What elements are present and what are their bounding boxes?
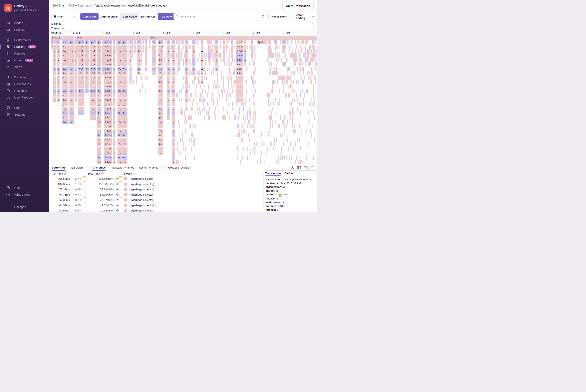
flame-block[interactable]	[69, 62, 69, 66]
flame-block[interactable]	[255, 67, 257, 71]
flame-block[interactable]: …	[167, 71, 170, 75]
flame-block[interactable]	[286, 76, 288, 80]
flame-block[interactable]	[102, 71, 104, 75]
flame-block[interactable]	[206, 53, 207, 58]
flame-block[interactable]	[177, 93, 178, 97]
flame-block[interactable]	[238, 116, 239, 120]
frame-table-row[interactable]: 73.33ms0.9%73.33ms0.9%›(garbage collecto…	[49, 187, 262, 192]
flame-block[interactable]: p…	[122, 40, 128, 44]
flame-block[interactable]	[188, 116, 189, 120]
flame-block[interactable]	[254, 44, 255, 49]
flame-block[interactable]: …	[70, 67, 74, 71]
flame-block[interactable]	[243, 116, 244, 120]
flame-block[interactable]	[255, 89, 256, 93]
flame-block[interactable]	[129, 44, 129, 49]
flame-block[interactable]	[229, 76, 230, 80]
flame-block[interactable]	[249, 76, 249, 80]
flame-block[interactable]	[289, 49, 290, 53]
flame-block[interactable]: r…	[97, 116, 101, 120]
flame-block[interactable]	[273, 146, 274, 150]
flame-block[interactable]: re…e	[104, 120, 112, 124]
flame-block[interactable]: …	[185, 80, 188, 84]
flame-block[interactable]	[199, 80, 200, 84]
sidebar-item-crons[interactable]: Cronsbeta	[0, 57, 49, 64]
flame-block[interactable]	[129, 49, 129, 53]
flame-block[interactable]	[309, 71, 310, 75]
flame-block[interactable]: …	[167, 53, 170, 58]
flame-block[interactable]	[284, 76, 285, 80]
flame-block[interactable]	[241, 129, 242, 133]
flame-block[interactable]: …	[275, 44, 277, 49]
flame-block[interactable]: …	[113, 138, 115, 142]
flame-block[interactable]	[229, 62, 230, 66]
flame-block[interactable]	[247, 111, 248, 115]
flame-block[interactable]	[292, 107, 293, 111]
flame-block[interactable]	[183, 58, 184, 62]
flame-block[interactable]: …	[113, 84, 115, 88]
flame-block[interactable]	[314, 116, 315, 120]
flame-block[interactable]	[192, 80, 193, 84]
flame-block[interactable]	[233, 84, 234, 88]
flame-block[interactable]: …	[172, 40, 175, 44]
flame-block[interactable]	[77, 49, 78, 53]
flame-block[interactable]: _…	[97, 107, 101, 111]
flame-block[interactable]	[190, 44, 191, 49]
flame-block[interactable]	[176, 40, 177, 44]
expand-chevron-icon[interactable]: ›	[129, 209, 130, 212]
flame-block[interactable]: r…	[122, 53, 128, 58]
flame-block[interactable]: …	[172, 107, 175, 111]
flame-block[interactable]	[183, 76, 184, 80]
flame-block[interactable]	[302, 62, 303, 66]
flame-block[interactable]: r…	[97, 120, 101, 124]
flame-block[interactable]: …	[53, 76, 56, 80]
color-coding-button[interactable]: Color Coding	[289, 13, 317, 20]
flame-block[interactable]	[301, 129, 302, 133]
flame-block[interactable]	[274, 142, 275, 146]
flame-block[interactable]: …	[244, 53, 246, 58]
flame-block[interactable]: (g…r)	[257, 40, 267, 44]
layout-right-icon[interactable]	[311, 166, 314, 169]
flame-block[interactable]: r…	[158, 102, 163, 106]
flame-block[interactable]	[233, 71, 234, 75]
flame-block[interactable]	[184, 111, 185, 115]
flame-block[interactable]: _…	[118, 146, 122, 150]
flame-block[interactable]	[102, 44, 104, 49]
flame-block[interactable]: …	[57, 40, 60, 44]
flame-block[interactable]	[316, 49, 317, 53]
flame-block[interactable]: r…	[118, 53, 122, 58]
flame-block[interactable]	[129, 58, 129, 62]
flame-block[interactable]	[197, 71, 199, 75]
flame-block[interactable]	[297, 138, 298, 142]
flame-block[interactable]	[204, 53, 205, 58]
flame-block[interactable]	[229, 67, 230, 71]
flame-block[interactable]: …	[113, 120, 115, 124]
flame-block[interactable]: …	[70, 89, 74, 93]
expand-chevron-icon[interactable]: ›	[129, 193, 130, 196]
flame-block[interactable]: r…	[118, 138, 122, 142]
flame-block[interactable]	[222, 89, 223, 93]
flame-block[interactable]	[149, 44, 151, 49]
frame-settings-icon[interactable]	[116, 202, 119, 208]
flame-block[interactable]	[221, 76, 222, 80]
flame-block[interactable]	[75, 80, 77, 84]
flame-block[interactable]	[225, 116, 226, 120]
go-to-transaction-button[interactable]: Go to Transaction	[282, 2, 314, 10]
flame-block[interactable]	[312, 107, 313, 111]
flame-block[interactable]: _l…e	[104, 80, 112, 84]
flame-block[interactable]: (root)	[75, 36, 148, 40]
flame-block[interactable]	[75, 71, 77, 75]
flame-block[interactable]	[179, 84, 179, 88]
flame-block[interactable]	[245, 116, 246, 120]
flame-block[interactable]	[302, 89, 303, 93]
flame-block[interactable]	[102, 49, 104, 53]
flame-block[interactable]: r…	[62, 53, 68, 58]
flame-block[interactable]	[234, 58, 235, 62]
flame-block[interactable]: …	[172, 58, 175, 62]
flame-block[interactable]	[178, 160, 179, 164]
flame-block[interactable]	[198, 111, 199, 115]
flame-block[interactable]: …	[185, 71, 188, 75]
flame-block[interactable]	[242, 138, 243, 142]
flame-block[interactable]	[303, 40, 304, 44]
flame-block[interactable]: …	[113, 53, 115, 58]
flame-block[interactable]: 0…	[122, 156, 128, 160]
